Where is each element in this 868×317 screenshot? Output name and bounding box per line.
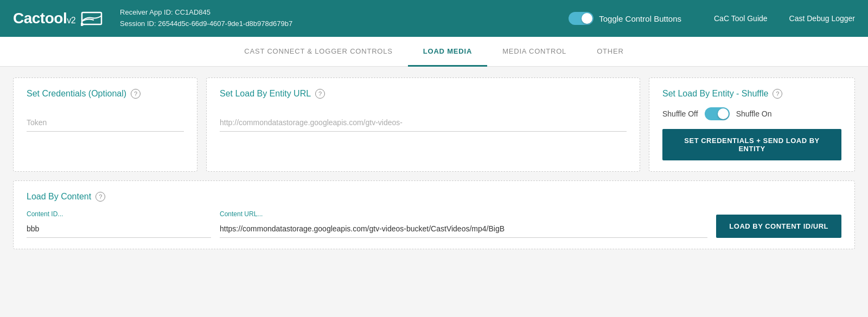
credentials-card: Set Credentials (Optional) ?: [13, 77, 197, 172]
credentials-help-icon[interactable]: ?: [131, 89, 141, 99]
receiver-app-line: Receiver App ID: CC1AD845: [120, 7, 569, 18]
shuffle-title: Set Load By Entity - Shuffle ?: [662, 89, 841, 99]
content-id-label: Content ID...: [27, 210, 211, 218]
load-by-content-button[interactable]: LOAD BY CONTENT ID/URL: [716, 215, 841, 238]
top-row: Set Credentials (Optional) ? Set Load By…: [13, 77, 855, 172]
cac-tool-guide-link[interactable]: CaC Tool Guide: [714, 14, 768, 23]
tab-other[interactable]: OTHER: [582, 37, 639, 67]
entity-url-title: Set Load By Entity URL ?: [220, 89, 627, 99]
logo-text: Cactoolv2: [13, 10, 75, 27]
header-links: CaC Tool Guide Cast Debug Logger: [714, 14, 855, 23]
tab-load-media[interactable]: LOAD MEDIA: [408, 37, 487, 67]
load-by-content-title: Load By Content ?: [27, 192, 841, 202]
entity-url-card: Set Load By Entity URL ?: [206, 77, 640, 172]
content-id-input[interactable]: [27, 220, 211, 238]
header-info: Receiver App ID: CC1AD845 Session ID: 26…: [120, 7, 569, 30]
content-id-field: Content ID...: [27, 210, 211, 238]
cast-debug-logger-link[interactable]: Cast Debug Logger: [789, 14, 855, 23]
content-url-field: Content URL...: [220, 210, 707, 238]
content-url-label: Content URL...: [220, 210, 707, 218]
entity-url-field-wrapper: [220, 114, 627, 132]
main-content: Set Credentials (Optional) ? Set Load By…: [0, 67, 868, 260]
token-input[interactable]: [27, 114, 184, 132]
toggle-switch[interactable]: [569, 12, 593, 25]
toggle-control-buttons[interactable]: Toggle Control Buttons: [569, 12, 681, 25]
shuffle-on-label: Shuffle On: [736, 109, 772, 118]
set-credentials-send-load-button[interactable]: SET CREDENTIALS + SEND LOAD BY ENTITY: [662, 129, 841, 160]
shuffle-off-label: Shuffle Off: [662, 109, 698, 118]
toggle-label: Toggle Control Buttons: [599, 14, 681, 23]
session-id-line: Session ID: 26544d5c-66d9-4607-9de1-d8b9…: [120, 18, 569, 30]
tab-media-control[interactable]: MEDIA CONTROL: [487, 37, 582, 67]
shuffle-controls: Shuffle Off Shuffle On: [662, 107, 841, 120]
load-by-content-help-icon[interactable]: ?: [95, 192, 105, 202]
load-by-content-card: Load By Content ? Content ID... Content …: [13, 180, 855, 249]
svg-point-1: [81, 23, 84, 26]
shuffle-help-icon[interactable]: ?: [773, 89, 782, 99]
token-field-wrapper: [27, 114, 184, 132]
tab-bar: CAST CONNECT & LOGGER CONTROLS LOAD MEDI…: [0, 37, 868, 67]
load-by-content-row: Content ID... Content URL... LOAD BY CON…: [27, 210, 841, 238]
entity-url-input[interactable]: [220, 114, 627, 132]
entity-url-help-icon[interactable]: ?: [315, 89, 325, 99]
logo: Cactoolv2: [13, 10, 103, 27]
shuffle-toggle[interactable]: [705, 107, 730, 120]
header: Cactoolv2 Receiver App ID: CC1AD845 Sess…: [0, 0, 868, 37]
tab-cast-connect[interactable]: CAST CONNECT & LOGGER CONTROLS: [229, 37, 407, 67]
credentials-title: Set Credentials (Optional) ?: [27, 89, 184, 99]
content-url-input[interactable]: [220, 220, 707, 238]
cast-icon: [81, 10, 103, 27]
shuffle-card: Set Load By Entity - Shuffle ? Shuffle O…: [649, 77, 855, 172]
